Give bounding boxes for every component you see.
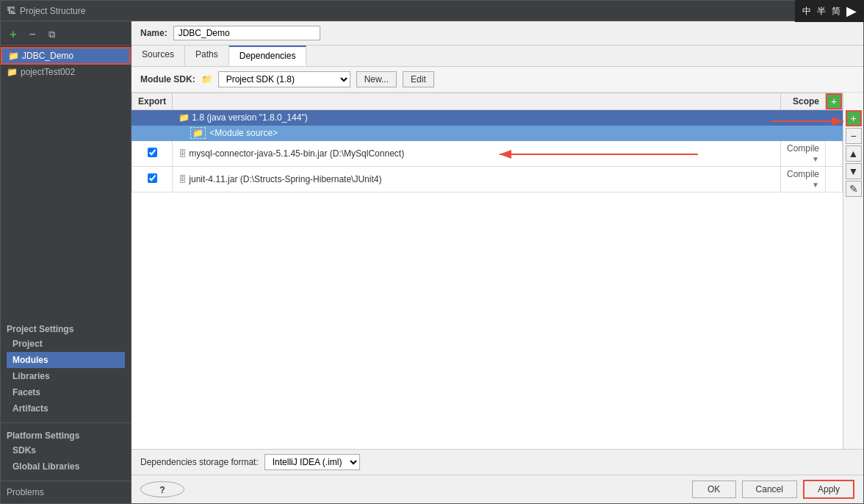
sidebar-item-sdks[interactable]: SDKs — [7, 442, 125, 458]
apply-button[interactable]: Apply — [803, 480, 854, 499]
remove-action-button[interactable]: − — [846, 128, 862, 144]
row-mysql-extra — [826, 141, 843, 167]
module-folder-icon: 📁 — [8, 51, 19, 61]
project-settings-label: Project Settings Project Modules Librari… — [1, 320, 131, 420]
dep-table: Export Scope + — [132, 93, 843, 192]
tab-sources[interactable]: Sources — [132, 46, 185, 66]
dep-table-inner: Export Scope + — [132, 93, 843, 449]
name-input[interactable] — [173, 26, 320, 40]
add-module-button[interactable]: + — [5, 27, 21, 42]
module-item-jdbc-demo[interactable]: 📁 JDBC_Demo — [1, 47, 131, 65]
platform-settings-label: Platform Settings SDKs Global Libraries — [1, 426, 131, 478]
module-item-label2: pojectTest002 — [21, 67, 75, 77]
copy-module-button[interactable]: ⧉ — [43, 27, 60, 42]
sdk-label: Module SDK: — [140, 74, 195, 84]
col-export: Export — [132, 93, 173, 110]
jar-icon-mysql: 🗄 — [179, 149, 187, 158]
mysql-checkbox-input[interactable] — [148, 148, 157, 157]
col-scope: Scope — [780, 93, 825, 110]
table-row: 📁 1.8 (java version "1.8.0_144") — [132, 110, 843, 126]
sdk-select[interactable]: Project SDK (1.8) — [218, 71, 350, 87]
table-row: 🗄 junit-4.11.jar (D:\Structs-Spring-Hibe… — [132, 167, 843, 192]
module-folder-icon3: 📁 — [190, 127, 206, 139]
footer: ? OK Cancel Apply — [132, 475, 863, 503]
sidebar-item-global-libraries[interactable]: Global Libraries — [7, 458, 125, 475]
move-down-button[interactable]: ▼ — [846, 163, 862, 179]
row-junit-scope: Compile ▼ — [780, 167, 825, 192]
row-junit-name: 🗄 junit-4.11.jar (D:\Structs-Spring-Hibe… — [173, 167, 781, 192]
row-junit-checkbox[interactable] — [132, 167, 173, 192]
main-panel: Name: Sources Paths Dependencies Module … — [132, 21, 863, 503]
add-dependency-button[interactable]: + — [826, 93, 842, 109]
sidebar-item-problems[interactable]: Problems — [1, 484, 131, 503]
row-jdk-extra — [826, 110, 843, 126]
module-list: 📁 JDBC_Demo 📁 pojectTest002 — [1, 46, 131, 81]
storage-format-select[interactable]: IntelliJ IDEA (.iml) — [264, 454, 360, 470]
sidebar-toolbar: + − ⧉ — [1, 24, 131, 46]
row-jdk-scope — [780, 110, 825, 126]
junit-checkbox-input[interactable] — [148, 173, 157, 183]
dep-table-container: Export Scope + — [132, 93, 863, 449]
tab-paths[interactable]: Paths — [185, 46, 229, 66]
row-module-extra — [826, 126, 843, 141]
table-row: 🗄 mysql-connector-java-5.1.45-bin.jar (D… — [132, 141, 843, 167]
sidebar-item-project[interactable]: Project — [7, 336, 125, 352]
sdk-folder-icon: 📁 — [201, 74, 212, 84]
row-mysql-checkbox[interactable] — [132, 141, 173, 167]
bottom-bar: Dependencies storage format: IntelliJ ID… — [132, 449, 863, 475]
edit-action-button[interactable]: ✎ — [846, 181, 862, 197]
name-header: Name: — [132, 21, 863, 46]
sdk-edit-button[interactable]: Edit — [403, 71, 434, 87]
row-module-checkbox-cell — [132, 126, 173, 141]
sdk-new-button[interactable]: New... — [356, 71, 397, 87]
cancel-button[interactable]: Cancel — [742, 480, 797, 498]
row-junit-extra — [826, 167, 843, 192]
module-item-label: JDBC_Demo — [22, 51, 73, 61]
col-add: + — [826, 93, 843, 110]
row-mysql-name: 🗄 mysql-connector-java-5.1.45-bin.jar (D… — [173, 141, 781, 167]
jdk-folder-icon: 📁 — [179, 112, 190, 123]
help-button[interactable]: ? — [140, 481, 184, 497]
remove-module-button[interactable]: − — [24, 27, 40, 42]
mysql-scope-chevron[interactable]: ▼ — [812, 155, 819, 163]
sidebar-item-modules[interactable]: Modules — [7, 352, 125, 368]
sidebar-item-facets[interactable]: Facets — [7, 384, 125, 400]
name-label: Name: — [140, 28, 168, 38]
row-module-scope — [780, 126, 825, 141]
title-bar: 🏗 Project Structure 中 半 简 ▶ — [1, 1, 863, 21]
sidebar-item-artifacts[interactable]: Artifacts — [7, 400, 125, 417]
row-jdk-name: 📁 1.8 (java version "1.8.0_144") — [173, 110, 781, 126]
row-module-name: 📁 <Module source> — [173, 126, 781, 141]
add-action-button[interactable]: + — [846, 110, 862, 126]
sidebar-item-libraries[interactable]: Libraries — [7, 368, 125, 384]
storage-format-label: Dependencies storage format: — [140, 457, 259, 467]
jar-icon-junit: 🗄 — [179, 175, 187, 184]
tabs-bar: Sources Paths Dependencies — [132, 46, 863, 67]
col-name — [173, 93, 781, 110]
module-folder-icon2: 📁 — [7, 67, 18, 77]
table-row: 📁 <Module source> — [132, 126, 843, 141]
right-actions: + − ▲ ▼ ✎ — [843, 93, 863, 449]
module-item-project-test[interactable]: 📁 pojectTest002 — [1, 65, 131, 79]
row-jdk-checkbox-cell — [132, 110, 173, 126]
ok-button[interactable]: OK — [692, 480, 736, 498]
junit-scope-chevron[interactable]: ▼ — [812, 181, 819, 189]
table-header-row: Export Scope + — [132, 93, 843, 110]
move-up-button[interactable]: ▲ — [846, 145, 862, 162]
app-icon: 🏗 — [7, 6, 15, 16]
row-mysql-scope: Compile ▼ — [780, 141, 825, 167]
sdk-row: Module SDK: 📁 Project SDK (1.8) New... E… — [132, 67, 863, 93]
ime-bar: 中 半 简 ▶ — [795, 0, 864, 22]
sidebar: + − ⧉ 📁 JDBC_Demo 📁 pojectTest002 Projec… — [1, 21, 132, 503]
tab-dependencies[interactable]: Dependencies — [229, 46, 307, 66]
window-title: Project Structure — [20, 6, 85, 16]
